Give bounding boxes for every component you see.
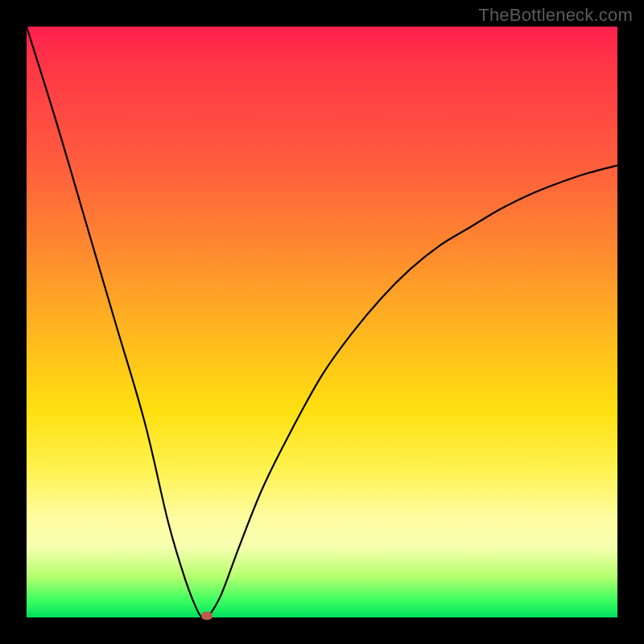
curve-svg [27, 27, 617, 617]
optimum-marker [201, 612, 213, 620]
plot-area [27, 27, 617, 617]
bottleneck-curve [27, 27, 617, 618]
watermark-text: TheBottleneck.com [478, 5, 633, 26]
chart-frame: TheBottleneck.com [0, 0, 644, 644]
